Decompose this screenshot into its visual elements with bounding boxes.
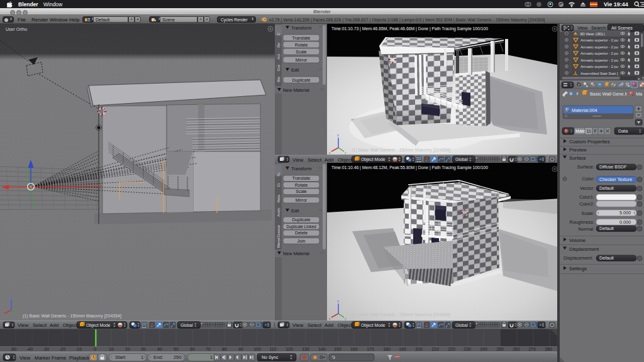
svg-text:Cr: Cr <box>277 183 280 187</box>
svg-text:Assembled Stair Stair [: Assembled Stair Stair [ <box>580 71 618 75</box>
svg-text:Scale:: Scale: <box>581 211 594 216</box>
svg-text:50: 50 <box>174 347 179 351</box>
svg-text:150: 150 <box>334 347 341 351</box>
svg-text:(1) Basic Wall Generic - 150mm: (1) Basic Wall Generic - 150mm Masonry [… <box>23 314 121 319</box>
svg-text:Rotate: Rotate <box>295 183 308 187</box>
svg-text:1: 1 <box>141 354 143 360</box>
svg-text:Translate: Translate <box>292 176 311 180</box>
svg-text:Marker: Marker <box>35 355 50 361</box>
svg-text:120: 120 <box>286 347 293 351</box>
svg-text:90: 90 <box>238 347 243 351</box>
svg-text:1: 1 <box>210 354 213 360</box>
svg-text:z: z <box>337 133 339 137</box>
svg-text:Scale: Scale <box>296 50 307 54</box>
svg-text:11: 11 <box>587 128 591 134</box>
svg-text:Armario superior - 2 pu: Armario superior - 2 pu <box>580 38 619 42</box>
svg-text:260: 260 <box>513 347 520 351</box>
svg-text:Transform: Transform <box>291 25 311 31</box>
svg-text:Anim: Anim <box>277 208 280 217</box>
svg-text:Time:01:10.46 | Mem:48.12M, Pe: Time:01:10.46 | Mem:48.12M, Peak:55.80M … <box>331 165 488 170</box>
svg-text:280: 280 <box>545 347 552 351</box>
svg-text:View: View <box>19 355 30 361</box>
svg-text:Start:: Start: <box>115 354 126 360</box>
svg-text:C: C <box>277 32 280 35</box>
svg-text:(1) Basic Wall Generic - 150mm: (1) Basic Wall Generic - 150mm Masonry [… <box>352 312 450 317</box>
svg-text:160: 160 <box>350 347 358 351</box>
svg-text:Displacement:: Displacement: <box>564 255 593 261</box>
svg-text:Material.004: Material.004 <box>572 107 597 113</box>
svg-text:Surface:: Surface: <box>577 164 594 170</box>
svg-text:Data: Data <box>618 128 628 134</box>
svg-text:To: To <box>277 172 280 177</box>
svg-text:Default: Default <box>599 226 614 231</box>
svg-text:z: z <box>10 295 12 299</box>
svg-text:-50: -50 <box>10 347 16 351</box>
svg-text:Transform: Transform <box>291 166 311 172</box>
svg-text:100: 100 <box>253 347 261 351</box>
svg-text:0: 0 <box>94 347 96 351</box>
svg-text:z: z <box>337 299 339 303</box>
svg-text:240: 240 <box>480 347 487 351</box>
svg-text:70: 70 <box>206 347 211 351</box>
svg-text:Rotate: Rotate <box>295 43 308 47</box>
svg-text:Volume: Volume <box>569 238 586 243</box>
svg-text:190: 190 <box>399 347 406 351</box>
svg-text:170: 170 <box>367 347 374 351</box>
svg-text:-10: -10 <box>75 347 82 351</box>
svg-text:Duplicate: Duplicate <box>292 78 310 83</box>
svg-text:Custom Properties: Custom Properties <box>569 139 610 145</box>
svg-text:140: 140 <box>318 347 326 351</box>
svg-text:New Material: New Material <box>283 251 309 256</box>
svg-text:Normal:: Normal: <box>578 226 594 232</box>
svg-text:Preview: Preview <box>569 147 587 153</box>
svg-text:Vie 19:44: Vie 19:44 <box>604 1 628 8</box>
svg-text:220: 220 <box>448 347 455 351</box>
svg-text:80: 80 <box>222 347 227 351</box>
svg-text:200: 200 <box>415 347 423 351</box>
svg-text:3D View: (3D) |: 3D View: (3D) | <box>580 31 605 36</box>
svg-text:Delete: Delete <box>295 231 308 235</box>
svg-text:User Ortho: User Ortho <box>6 27 27 31</box>
svg-text:40: 40 <box>157 347 162 351</box>
svg-text:Join: Join <box>297 239 306 243</box>
svg-text:Translate: Translate <box>292 36 311 40</box>
svg-text:180: 180 <box>383 347 391 351</box>
svg-text:Scale: Scale <box>296 189 307 194</box>
svg-text:Roughness:: Roughness: <box>570 219 594 225</box>
svg-text:60: 60 <box>190 347 195 351</box>
svg-text:(1) Basic Wall Generic - 150mm: (1) Basic Wall Generic - 150mm Masonry [… <box>352 148 450 153</box>
svg-text:Ani: Ani <box>277 54 280 60</box>
svg-text:Time:01:10.73 | Mem:46.65M, Pe: Time:01:10.73 | Mem:46.65M, Peak:46.66M … <box>331 26 488 31</box>
svg-text:Gre: Gre <box>277 64 280 71</box>
svg-text:Grease: Grease <box>277 224 280 237</box>
svg-text:Displacement: Displacement <box>569 246 599 252</box>
svg-text:Mirror: Mirror <box>296 58 308 62</box>
svg-text:130: 130 <box>302 347 309 351</box>
svg-text:Edit: Edit <box>291 208 299 214</box>
svg-text:Diffuse BSDF: Diffuse BSDF <box>599 164 627 170</box>
svg-text:F: F <box>594 128 597 134</box>
svg-text:30: 30 <box>141 347 146 351</box>
svg-text:Color:: Color: <box>582 176 594 182</box>
svg-text:New Material: New Material <box>283 87 309 93</box>
svg-text:Rela: Rela <box>277 194 280 202</box>
svg-text:5.000: 5.000 <box>619 210 631 216</box>
svg-text:Duplicate Linked: Duplicate Linked <box>286 224 316 229</box>
svg-text:20: 20 <box>125 347 130 351</box>
svg-text:Color1:: Color1: <box>579 194 594 200</box>
svg-text:Ma: Ma <box>636 91 643 97</box>
svg-text:Re: Re <box>277 42 280 47</box>
svg-text:250: 250 <box>496 347 504 351</box>
svg-text:270: 270 <box>528 347 536 351</box>
svg-text:Search: Search <box>591 25 606 31</box>
svg-text:Ble: Ble <box>277 76 280 82</box>
svg-text:Playback: Playback <box>69 355 90 361</box>
svg-text:250: 250 <box>174 354 181 360</box>
svg-text:Color2:: Color2: <box>579 201 594 207</box>
svg-text:End:: End: <box>153 354 163 360</box>
svg-text:Frame: Frame <box>52 355 67 361</box>
svg-text:Mirror: Mirror <box>296 198 308 202</box>
svg-text:Default: Default <box>599 255 614 261</box>
svg-text:Edit: Edit <box>291 67 299 73</box>
svg-text:110: 110 <box>269 347 276 351</box>
